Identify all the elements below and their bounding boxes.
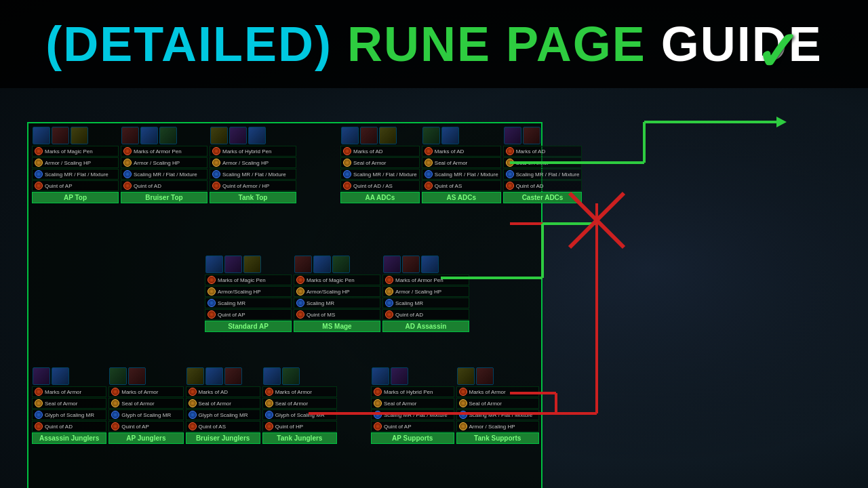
rune-icon [208, 287, 216, 296]
rune-icon [189, 399, 197, 407]
rune-text: Scaling MR / Flat / Mixture [222, 171, 286, 178]
as-adc-block: Marks of AD Seal of Armor Scaling MR / F… [422, 127, 501, 203]
rune-text: Marks of Magic Pen [45, 148, 93, 155]
rune-icon [35, 411, 43, 419]
rune-text: Marks of Magic Pen [218, 277, 266, 283]
char-icon [52, 367, 69, 385]
rune-text: Quint of AD [395, 312, 423, 318]
rune-icon [111, 411, 119, 419]
ap-jungle-block: Marks of Armor Seal of Armor Glyph of Sc… [108, 367, 183, 444]
rune-icon [425, 147, 433, 155]
char-icon [263, 367, 281, 385]
tank-support-block: Marks of Armor Seal of Armor Scaling MR … [456, 367, 540, 444]
assassin-jungle-block: Marks of Armor Seal of Armor Glyph of Sc… [32, 367, 106, 444]
rune-text: Quint of AP [218, 312, 245, 318]
rune-icon [35, 182, 43, 190]
rune-text: Quint of AP [121, 424, 149, 430]
char-icon [109, 367, 127, 385]
char-icon [313, 256, 331, 273]
rune-text: Glyph of Scaling MR [121, 412, 171, 418]
char-icon [205, 256, 223, 273]
rune-icon [343, 159, 351, 167]
rune-text: Glyph of Scaling MR [45, 412, 94, 418]
rune-icon [425, 182, 433, 190]
ad-assassin-block: Marks of Armor Pen Armor / Scaling HP Sc… [382, 256, 469, 332]
rune-icon [35, 159, 43, 167]
bruiser-top-block: Marks of Armor Pen Armor / Scaling HP Sc… [121, 127, 208, 203]
rune-text: Quint of Armor / HP [222, 183, 269, 189]
rune-text: Armor / Scaling HP [134, 160, 180, 166]
assassin-jungle-label: Assassin Junglers [32, 432, 106, 444]
char-icon [523, 127, 540, 144]
tank-top-block: Marks of Hybrid Pen Armor / Scaling HP S… [210, 127, 296, 203]
rune-text: Marks of Hybrid Pen [384, 389, 433, 395]
char-icon [476, 367, 494, 385]
rune-text: Scaling MR / Flat / Mixture [435, 171, 498, 178]
bruiser-top-label: Bruiser Top [121, 192, 208, 203]
adc-section: Marks of AD Seal of Armor Scaling MR / F… [340, 127, 537, 203]
char-icon [372, 367, 389, 385]
rune-text: Seal of Armor [45, 401, 77, 407]
ap-support-label: AP Supports [371, 432, 454, 444]
char-icon [504, 127, 521, 144]
char-icon [229, 127, 247, 144]
as-adc-label: AS ADCs [422, 192, 501, 203]
rune-text: Marks of Armor [275, 389, 312, 395]
rune-icon [212, 170, 220, 178]
rune-icon [35, 388, 43, 396]
ap-top-label: AP Top [32, 192, 119, 203]
tank-jungle-block: Marks of Armor Seal of Armor Glyph of Sc… [262, 367, 337, 444]
char-icon [383, 256, 401, 273]
top-section: Marks of Magic Pen Armor / Scaling HP Sc… [32, 127, 296, 203]
char-icon [128, 367, 146, 385]
rune-icon [208, 299, 216, 307]
char-icon [441, 127, 459, 144]
char-icon [282, 367, 300, 385]
rune-text: Seal of Armor [435, 160, 467, 166]
rune-icon [459, 411, 467, 419]
rune-icon [111, 399, 119, 407]
rune-icon [425, 159, 433, 167]
rune-icon [35, 147, 43, 155]
main-area: Marks of Magic Pen Armor / Scaling HP Sc… [0, 88, 868, 488]
rune-text: Armor / Scaling HP [45, 160, 91, 166]
char-icon [391, 367, 408, 385]
char-icon [140, 127, 158, 144]
rune-icon [35, 422, 43, 430]
rune-icon [123, 147, 132, 155]
rune-icon [35, 170, 43, 178]
rune-text: Seal of Armor [275, 401, 308, 407]
rune-text: Marks of AD [353, 148, 383, 155]
rune-icon [425, 170, 433, 178]
header-page: PAGE [506, 17, 661, 71]
rune-text: Quint of AP [45, 183, 72, 189]
aa-adc-block: Marks of AD Seal of Armor Scaling MR / F… [340, 127, 420, 203]
char-icon [402, 256, 420, 273]
rune-icon [506, 159, 514, 167]
char-icon [332, 256, 350, 273]
rune-icon [212, 182, 220, 190]
rune-text: Quint of AD [516, 183, 544, 189]
char-icon [224, 367, 242, 385]
char-icon [52, 127, 69, 144]
rune-icon [35, 399, 43, 407]
standard-ap-label: Standard AP [205, 321, 292, 332]
rune-text: Marks of AD [199, 389, 229, 395]
mid-section: Marks of Magic Pen Armor/Scaling HP Scal… [205, 256, 469, 332]
header-paren-open: ( [45, 17, 63, 71]
header-rune: RUNE [347, 17, 506, 71]
rune-text: Seal of Armor [353, 160, 386, 166]
rune-text: Seal of Armor [121, 401, 154, 407]
rune-icon [212, 159, 220, 167]
rune-text: Seal of Armor [469, 401, 502, 407]
rune-text: Quint of HP [275, 424, 303, 430]
rune-text: Armor / Scaling HP [395, 289, 441, 295]
char-icon [205, 367, 223, 385]
rune-icon [265, 388, 273, 396]
char-icon [121, 127, 139, 144]
aa-adc-label: AA ADCs [340, 192, 420, 203]
checkmark-symbol: ✓ [755, 20, 800, 83]
standard-ap-block: Marks of Magic Pen Armor/Scaling HP Scal… [205, 256, 292, 332]
rune-icon [343, 170, 351, 178]
rune-text: Marks of AD [435, 148, 465, 155]
